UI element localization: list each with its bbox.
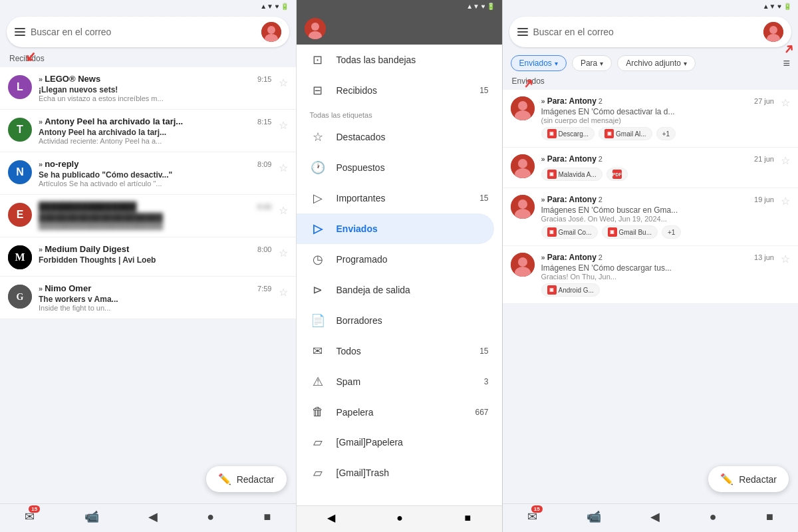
right-email-item-sent2[interactable]: » Para: Antony 2 21 jun ▣ Malavida A... … [503,148,799,188]
drawer-count-spam: 3 [484,377,489,386]
email-sender-nimo: » Nimo Omer [39,283,91,293]
home-icon: ● [207,510,214,523]
sort-icon[interactable]: ≡ [783,57,790,70]
email-item-noreply[interactable]: N » no-reply 8:09 Se ha publicado "Cómo … [0,152,296,195]
drawer-nav-recent[interactable]: ■ [465,512,471,524]
left-nav-meet[interactable]: 📹 [84,509,99,524]
right-avatar[interactable] [763,22,783,42]
filter-chip-enviados[interactable]: Enviados ▾ [511,55,567,71]
right-email-date-sent1: 27 jun [754,97,774,105]
drawer-item-gmail-papelera[interactable]: ▱ [Gmail]Papelera [297,427,502,458]
drawer-nav-home[interactable]: ● [396,512,403,524]
attachment-count-1[interactable]: +1 [656,127,676,140]
left-nav-recent[interactable]: ■ [263,510,271,524]
email-time-noreply: 8:09 [257,160,271,168]
attachment-count-3[interactable]: +1 [662,225,681,239]
right-email-count-sent4: 2 [598,253,602,261]
email-item-medium[interactable]: M » Medium Daily Digest 8:00 Forbidden T… [0,237,296,277]
right-recent-icon: ■ [766,510,773,523]
drawer-item-enviados[interactable]: ▷ Enviados ➜ [297,213,494,244]
right-nav-meet[interactable]: 📹 [587,509,601,524]
drawer-item-borradores[interactable]: 📄 Borradores [297,305,502,336]
right-email-content-sent1: » Para: Antony 2 27 jun Imágenes EN 'Cóm… [541,96,775,140]
right-nav-recent[interactable]: ■ [766,510,773,524]
back-icon: ◀ [148,510,158,523]
left-section-label: Recibidos [0,51,296,67]
left-nav-back[interactable]: ◀ [148,509,158,524]
right-nav-home[interactable]: ● [710,510,717,524]
right-filter-bar: Enviados ▾ Para ▾ Archivo adjunto ▾ ≡ ➜ [503,51,799,75]
drawer-item-pospuestos[interactable]: 🕐 Pospuestos [297,152,502,183]
attachment-gmail-al[interactable]: ▣ Gmail Al... [598,127,652,140]
email-preview-noreply: Artículos Se ha activado el artículo "..… [39,180,272,188]
email-star-lego[interactable]: ☆ [279,76,288,89]
attachment-malavida[interactable]: ▣ Malavida A... [541,168,602,181]
right-email-avatar-sent2 [511,154,535,178]
drawer-label-borradores: Borradores [336,315,489,326]
email-star-noreply[interactable]: ☆ [279,162,288,174]
drawer-item-importantes[interactable]: ▷ Importantes 15 [297,183,502,213]
attachment-android-g[interactable]: ▣ Android G... [541,283,600,297]
hamburger-icon[interactable] [15,28,25,36]
filter-chip-para[interactable]: Para ▾ [572,55,612,71]
starred-icon: ☆ [310,130,326,144]
email-item-blurred[interactable]: E ████████████████ 8:00 ████████████████… [0,195,296,237]
filter-chip-archivo[interactable]: Archivo adjunto ▾ [617,55,696,71]
drawer-label-recibidos: Recibidos [336,85,469,96]
email-content-noreply: » no-reply 8:09 Se ha publicado "Cómo de… [39,159,272,188]
gmail-trash-icon: ▱ [310,466,326,480]
email-item-nimo[interactable]: G » Nimo Omer 7:59 The workers v Ama... … [0,277,296,319]
filter-enviados-dropdown[interactable]: ▾ [555,60,558,67]
compose-pencil-icon: ✏️ [218,473,231,485]
filter-para-dropdown[interactable]: ▾ [600,60,603,67]
drawer-item-bandeja-salida[interactable]: ⊳ Bandeja de salida [297,275,502,305]
drawer-item-gmail-trash[interactable]: ▱ [Gmail]Trash [297,458,502,488]
left-avatar[interactable] [261,22,281,42]
email-star-nimo[interactable]: ☆ [279,286,288,299]
email-avatar-medium: M [8,245,32,269]
right-nav-mail[interactable]: ✉ 15 [527,509,537,524]
drawer-label-papelera: Papelera [336,407,465,418]
email-star-medium[interactable]: ☆ [279,247,288,259]
attachment-gmail-co[interactable]: ▣ Gmail Co... [541,225,598,239]
right-nav-back[interactable]: ◀ [650,509,660,524]
right-search-bar[interactable]: Buscar en el correo ➜ [509,17,792,47]
drawer-avatar[interactable] [305,18,326,39]
drawer-item-todos[interactable]: ✉ Todos 15 [297,336,502,366]
drawer-item-todas[interactable]: ⊡ Todas las bandejas [297,45,502,75]
att-icon-4: ▣ [547,227,557,237]
right-hamburger-icon[interactable] [517,28,528,36]
drawer-nav-back[interactable]: ◀ [327,511,335,524]
left-nav-home[interactable]: ● [207,510,214,524]
right-email-item-sent4[interactable]: » Para: Antony 2 13 jun Imágenes EN 'Cóm… [503,246,799,304]
right-compose-button[interactable]: ✏️ Redactar [708,466,789,492]
right-email-item-sent3[interactable]: » Para: Antony 2 19 jun Imágenes EN 'Cóm… [503,188,799,246]
filter-archivo-dropdown[interactable]: ▾ [684,60,687,67]
right-email-star-sent4[interactable]: ☆ [781,253,790,265]
drawer-item-spam[interactable]: ⚠ Spam 3 [297,366,502,397]
gmail-papelera-icon: ▱ [310,435,326,450]
att-icon-6: ▣ [547,285,557,295]
right-email-star-sent3[interactable]: ☆ [781,195,790,207]
left-compose-button[interactable]: ✏️ Redactar [206,466,287,492]
right-email-item-sent1[interactable]: » Para: Antony 2 27 jun Imágenes EN 'Cóm… [503,90,799,148]
left-search-bar[interactable]: Buscar en el correo ➜ [7,17,289,47]
drawer-item-programado[interactable]: ◷ Programado [297,244,502,275]
right-compose-label: Redactar [739,474,777,485]
drawer-label-destacados: Destacados [336,132,489,142]
attachment-pdf[interactable]: PDF [606,168,628,181]
left-nav-mail[interactable]: ✉ 15 [25,509,35,524]
email-star-antony[interactable]: ☆ [279,119,288,132]
drawer-item-recibidos[interactable]: ⊟ Recibidos 15 [297,75,502,106]
drawer-item-papelera[interactable]: 🗑 Papelera 667 [297,397,502,427]
right-email-star-sent2[interactable]: ☆ [781,154,790,167]
right-email-date-sent4: 13 jun [754,253,774,261]
email-star-blurred[interactable]: ☆ [279,204,288,217]
right-email-star-sent1[interactable]: ☆ [781,96,790,109]
email-item-antony[interactable]: T » Antony Peel ha archivado la tarj... … [0,110,296,152]
drawer-item-destacados[interactable]: ☆ Destacados [297,122,502,152]
drafts-icon: 📄 [310,313,326,328]
attachment-descarg[interactable]: ▣ Descarg... [541,127,595,140]
attachment-gmail-bu[interactable]: ▣ Gmail Bu... [602,225,658,239]
email-item-lego[interactable]: L » LEGO® News 9:15 ¡Llegan nuevos sets!… [0,67,296,110]
